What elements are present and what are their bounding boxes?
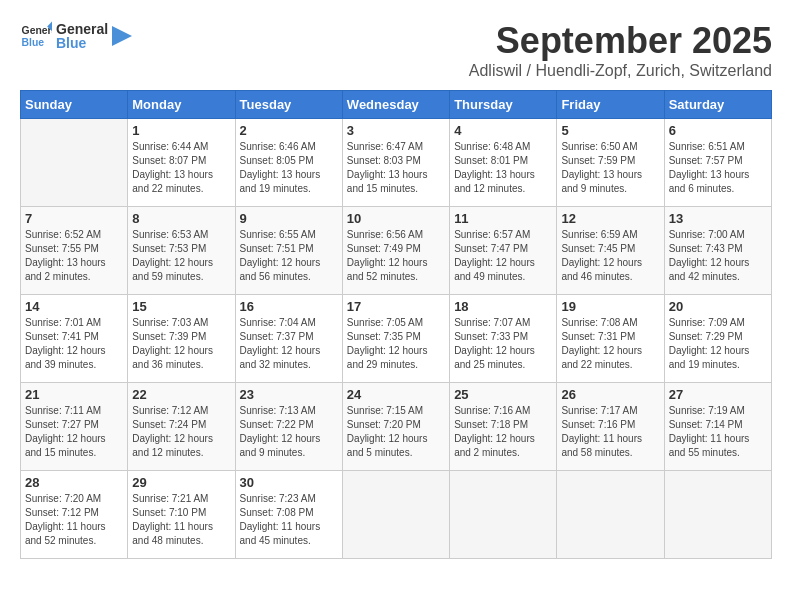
day-info: Sunrise: 7:15 AM Sunset: 7:20 PM Dayligh…	[347, 404, 445, 460]
calendar-cell	[342, 471, 449, 559]
day-info: Sunrise: 6:46 AM Sunset: 8:05 PM Dayligh…	[240, 140, 338, 196]
calendar-cell: 2Sunrise: 6:46 AM Sunset: 8:05 PM Daylig…	[235, 119, 342, 207]
day-number: 16	[240, 299, 338, 314]
calendar-cell: 5Sunrise: 6:50 AM Sunset: 7:59 PM Daylig…	[557, 119, 664, 207]
calendar-cell: 21Sunrise: 7:11 AM Sunset: 7:27 PM Dayli…	[21, 383, 128, 471]
weekday-header-row: SundayMondayTuesdayWednesdayThursdayFrid…	[21, 91, 772, 119]
day-number: 19	[561, 299, 659, 314]
title-block: September 2025 Adliswil / Huendli-Zopf, …	[469, 20, 772, 80]
calendar-cell: 3Sunrise: 6:47 AM Sunset: 8:03 PM Daylig…	[342, 119, 449, 207]
day-number: 7	[25, 211, 123, 226]
day-info: Sunrise: 6:50 AM Sunset: 7:59 PM Dayligh…	[561, 140, 659, 196]
day-number: 22	[132, 387, 230, 402]
calendar-cell	[557, 471, 664, 559]
day-number: 14	[25, 299, 123, 314]
calendar-cell: 23Sunrise: 7:13 AM Sunset: 7:22 PM Dayli…	[235, 383, 342, 471]
day-number: 2	[240, 123, 338, 138]
weekday-header-wednesday: Wednesday	[342, 91, 449, 119]
day-number: 26	[561, 387, 659, 402]
day-info: Sunrise: 7:11 AM Sunset: 7:27 PM Dayligh…	[25, 404, 123, 460]
day-number: 23	[240, 387, 338, 402]
day-info: Sunrise: 7:13 AM Sunset: 7:22 PM Dayligh…	[240, 404, 338, 460]
day-info: Sunrise: 6:47 AM Sunset: 8:03 PM Dayligh…	[347, 140, 445, 196]
weekday-header-sunday: Sunday	[21, 91, 128, 119]
calendar-cell: 25Sunrise: 7:16 AM Sunset: 7:18 PM Dayli…	[450, 383, 557, 471]
day-number: 18	[454, 299, 552, 314]
day-number: 10	[347, 211, 445, 226]
day-number: 3	[347, 123, 445, 138]
calendar-cell: 30Sunrise: 7:23 AM Sunset: 7:08 PM Dayli…	[235, 471, 342, 559]
day-info: Sunrise: 7:21 AM Sunset: 7:10 PM Dayligh…	[132, 492, 230, 548]
day-number: 13	[669, 211, 767, 226]
day-info: Sunrise: 7:01 AM Sunset: 7:41 PM Dayligh…	[25, 316, 123, 372]
calendar-cell	[664, 471, 771, 559]
day-info: Sunrise: 7:08 AM Sunset: 7:31 PM Dayligh…	[561, 316, 659, 372]
calendar-week-row: 14Sunrise: 7:01 AM Sunset: 7:41 PM Dayli…	[21, 295, 772, 383]
calendar-cell: 29Sunrise: 7:21 AM Sunset: 7:10 PM Dayli…	[128, 471, 235, 559]
calendar-cell: 26Sunrise: 7:17 AM Sunset: 7:16 PM Dayli…	[557, 383, 664, 471]
day-number: 28	[25, 475, 123, 490]
logo-arrow-icon	[112, 26, 132, 46]
svg-marker-3	[112, 26, 132, 46]
day-number: 8	[132, 211, 230, 226]
calendar-week-row: 28Sunrise: 7:20 AM Sunset: 7:12 PM Dayli…	[21, 471, 772, 559]
calendar-cell: 10Sunrise: 6:56 AM Sunset: 7:49 PM Dayli…	[342, 207, 449, 295]
day-number: 5	[561, 123, 659, 138]
day-number: 25	[454, 387, 552, 402]
calendar-cell: 15Sunrise: 7:03 AM Sunset: 7:39 PM Dayli…	[128, 295, 235, 383]
day-info: Sunrise: 7:05 AM Sunset: 7:35 PM Dayligh…	[347, 316, 445, 372]
calendar-cell: 22Sunrise: 7:12 AM Sunset: 7:24 PM Dayli…	[128, 383, 235, 471]
calendar-cell	[21, 119, 128, 207]
calendar-cell: 18Sunrise: 7:07 AM Sunset: 7:33 PM Dayli…	[450, 295, 557, 383]
day-info: Sunrise: 6:56 AM Sunset: 7:49 PM Dayligh…	[347, 228, 445, 284]
day-info: Sunrise: 7:00 AM Sunset: 7:43 PM Dayligh…	[669, 228, 767, 284]
logo: General Blue General Blue	[20, 20, 132, 52]
logo-icon: General Blue	[20, 20, 52, 52]
logo-general-text: General	[56, 22, 108, 36]
calendar-cell: 9Sunrise: 6:55 AM Sunset: 7:51 PM Daylig…	[235, 207, 342, 295]
day-info: Sunrise: 7:19 AM Sunset: 7:14 PM Dayligh…	[669, 404, 767, 460]
day-number: 1	[132, 123, 230, 138]
day-info: Sunrise: 7:12 AM Sunset: 7:24 PM Dayligh…	[132, 404, 230, 460]
weekday-header-thursday: Thursday	[450, 91, 557, 119]
calendar-cell: 16Sunrise: 7:04 AM Sunset: 7:37 PM Dayli…	[235, 295, 342, 383]
calendar-cell: 1Sunrise: 6:44 AM Sunset: 8:07 PM Daylig…	[128, 119, 235, 207]
day-number: 29	[132, 475, 230, 490]
day-number: 4	[454, 123, 552, 138]
calendar-cell: 13Sunrise: 7:00 AM Sunset: 7:43 PM Dayli…	[664, 207, 771, 295]
day-number: 27	[669, 387, 767, 402]
weekday-header-monday: Monday	[128, 91, 235, 119]
day-info: Sunrise: 6:48 AM Sunset: 8:01 PM Dayligh…	[454, 140, 552, 196]
day-number: 9	[240, 211, 338, 226]
calendar-cell: 27Sunrise: 7:19 AM Sunset: 7:14 PM Dayli…	[664, 383, 771, 471]
calendar-week-row: 1Sunrise: 6:44 AM Sunset: 8:07 PM Daylig…	[21, 119, 772, 207]
day-number: 24	[347, 387, 445, 402]
calendar-cell: 20Sunrise: 7:09 AM Sunset: 7:29 PM Dayli…	[664, 295, 771, 383]
day-info: Sunrise: 7:04 AM Sunset: 7:37 PM Dayligh…	[240, 316, 338, 372]
calendar-cell: 12Sunrise: 6:59 AM Sunset: 7:45 PM Dayli…	[557, 207, 664, 295]
weekday-header-tuesday: Tuesday	[235, 91, 342, 119]
location-title: Adliswil / Huendli-Zopf, Zurich, Switzer…	[469, 62, 772, 80]
calendar-cell: 6Sunrise: 6:51 AM Sunset: 7:57 PM Daylig…	[664, 119, 771, 207]
calendar-cell	[450, 471, 557, 559]
day-number: 20	[669, 299, 767, 314]
day-info: Sunrise: 6:51 AM Sunset: 7:57 PM Dayligh…	[669, 140, 767, 196]
calendar-cell: 14Sunrise: 7:01 AM Sunset: 7:41 PM Dayli…	[21, 295, 128, 383]
calendar-cell: 17Sunrise: 7:05 AM Sunset: 7:35 PM Dayli…	[342, 295, 449, 383]
day-info: Sunrise: 7:23 AM Sunset: 7:08 PM Dayligh…	[240, 492, 338, 548]
day-info: Sunrise: 7:16 AM Sunset: 7:18 PM Dayligh…	[454, 404, 552, 460]
day-info: Sunrise: 6:59 AM Sunset: 7:45 PM Dayligh…	[561, 228, 659, 284]
month-title: September 2025	[469, 20, 772, 62]
calendar-cell: 28Sunrise: 7:20 AM Sunset: 7:12 PM Dayli…	[21, 471, 128, 559]
day-info: Sunrise: 7:09 AM Sunset: 7:29 PM Dayligh…	[669, 316, 767, 372]
calendar-cell: 8Sunrise: 6:53 AM Sunset: 7:53 PM Daylig…	[128, 207, 235, 295]
day-info: Sunrise: 7:07 AM Sunset: 7:33 PM Dayligh…	[454, 316, 552, 372]
day-number: 21	[25, 387, 123, 402]
day-info: Sunrise: 6:55 AM Sunset: 7:51 PM Dayligh…	[240, 228, 338, 284]
calendar-cell: 19Sunrise: 7:08 AM Sunset: 7:31 PM Dayli…	[557, 295, 664, 383]
day-info: Sunrise: 7:03 AM Sunset: 7:39 PM Dayligh…	[132, 316, 230, 372]
weekday-header-saturday: Saturday	[664, 91, 771, 119]
calendar-week-row: 21Sunrise: 7:11 AM Sunset: 7:27 PM Dayli…	[21, 383, 772, 471]
page-header: General Blue General Blue September 2025…	[20, 20, 772, 80]
day-info: Sunrise: 6:57 AM Sunset: 7:47 PM Dayligh…	[454, 228, 552, 284]
